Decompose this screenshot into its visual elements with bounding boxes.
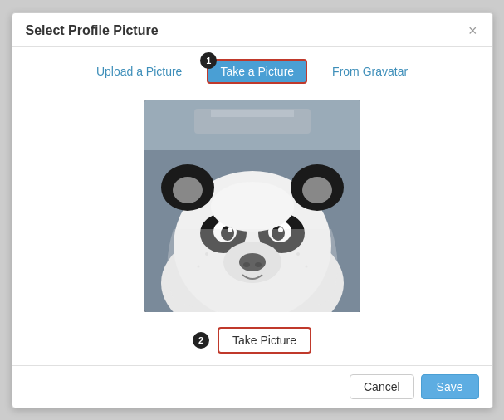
select-profile-picture-dialog: Select Profile Picture × Upload a Pictur… — [12, 12, 493, 408]
svg-point-9 — [302, 177, 332, 203]
tabs-row: Upload a Picture 1 Take a Picture From G… — [12, 47, 492, 92]
svg-point-8 — [173, 177, 203, 203]
save-button[interactable]: Save — [421, 374, 479, 399]
cancel-button[interactable]: Cancel — [350, 374, 414, 399]
svg-point-26 — [211, 182, 294, 232]
take-picture-button[interactable]: Take Picture — [218, 327, 311, 354]
tab-take-picture[interactable]: 1 Take a Picture — [207, 59, 307, 84]
camera-preview — [144, 100, 360, 312]
dialog-body: 2 Take Picture — [12, 92, 492, 365]
take-picture-row: 2 Take Picture — [193, 327, 311, 354]
tab-upload[interactable]: Upload a Picture — [96, 65, 183, 78]
panda-image — [144, 100, 360, 312]
tab-take-picture-label: Take a Picture — [220, 65, 294, 78]
close-button[interactable]: × — [467, 23, 479, 38]
svg-rect-3 — [211, 110, 294, 117]
dialog-title: Select Profile Picture — [26, 23, 159, 38]
dialog-footer: Cancel Save — [12, 365, 492, 408]
tab-badge: 1 — [200, 52, 217, 69]
take-picture-badge: 2 — [193, 332, 209, 349]
dialog-header: Select Profile Picture × — [12, 13, 492, 47]
tab-gravatar[interactable]: From Gravatar — [332, 65, 408, 78]
